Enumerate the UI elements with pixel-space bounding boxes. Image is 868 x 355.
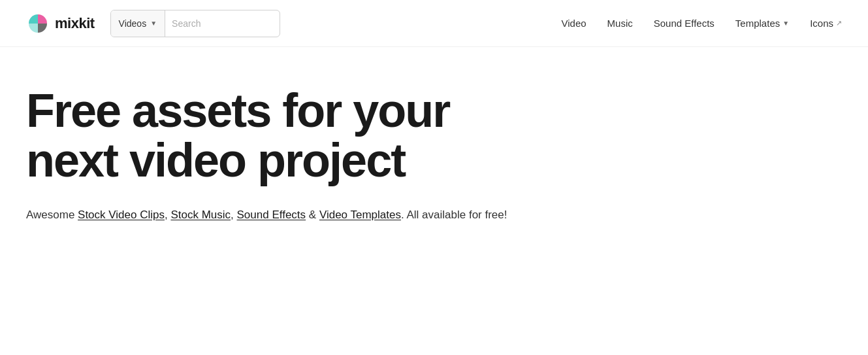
logo[interactable]: mixkit bbox=[26, 12, 95, 35]
logo-text: mixkit bbox=[55, 15, 95, 32]
nav-link-templates[interactable]: Templates ▼ bbox=[735, 18, 789, 29]
site-header: mixkit Videos ▼ Video Music Sound Effect… bbox=[0, 0, 868, 47]
mixkit-logo-icon bbox=[26, 12, 50, 35]
nav-link-video[interactable]: Video bbox=[561, 18, 586, 29]
search-bar: Videos ▼ bbox=[110, 10, 280, 37]
nav-link-icons[interactable]: Icons ↗ bbox=[810, 18, 842, 29]
external-link-icon: ↗ bbox=[836, 19, 842, 27]
hero-section: Free assets for your next video project … bbox=[0, 47, 868, 250]
hero-link-stock-music[interactable]: Stock Music bbox=[170, 209, 231, 221]
hero-subtitle: Awesome Stock Video Clips, Stock Music, … bbox=[26, 206, 562, 224]
dropdown-arrow-icon: ▼ bbox=[150, 20, 157, 27]
nav-link-music[interactable]: Music bbox=[607, 18, 633, 29]
hero-link-stock-video-clips[interactable]: Stock Video Clips bbox=[78, 209, 165, 221]
nav-link-sound-effects[interactable]: Sound Effects bbox=[654, 18, 715, 29]
hero-title: Free assets for your next video project bbox=[26, 86, 562, 185]
templates-dropdown-arrow-icon: ▼ bbox=[782, 20, 789, 27]
hero-link-sound-effects[interactable]: Sound Effects bbox=[237, 209, 306, 221]
search-category-dropdown[interactable]: Videos ▼ bbox=[111, 10, 165, 37]
search-input[interactable] bbox=[165, 10, 280, 37]
main-nav: Video Music Sound Effects Templates ▼ Ic… bbox=[561, 18, 842, 29]
search-category-label: Videos bbox=[119, 18, 147, 29]
hero-link-video-templates[interactable]: Video Templates bbox=[319, 209, 401, 221]
